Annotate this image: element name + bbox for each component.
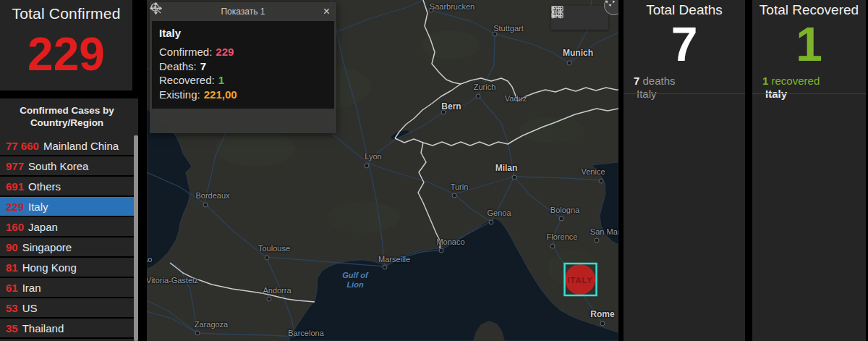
close-icon[interactable]: × [323, 4, 330, 19]
country-count: 691 [6, 180, 24, 193]
city-dot [512, 175, 517, 180]
total-confirmed-value: 229 [0, 22, 132, 86]
total-confirmed-panel: Total Confirmed 229 [0, 0, 132, 90]
zoom-to-icon[interactable] [186, 114, 200, 128]
city-dot [476, 94, 481, 99]
country-row-italy[interactable]: 229Italy [0, 197, 134, 216]
popup-region-name: Italy [159, 27, 327, 39]
popup-footer [150, 109, 336, 133]
list-header: Confirmed Cases by Country/Region [0, 98, 134, 130]
country-count: 35 [6, 322, 18, 334]
city-dot [550, 244, 556, 249]
total-deaths-title: Total Deaths [624, 0, 745, 18]
total-deaths-value: 7 [624, 18, 745, 70]
basemap-icon[interactable] [591, 10, 607, 26]
country-row-japan[interactable]: 160Japan [0, 217, 134, 236]
popup-body: Italy Confirmed:229Deaths:7Recovered:1Ex… [152, 21, 334, 109]
popup-field-deaths: Deaths:7 [159, 59, 327, 74]
country-row-thailand[interactable]: 35Thailand [0, 319, 134, 337]
country-count: 229 [6, 201, 24, 213]
city-dot [599, 179, 604, 184]
popup-field-confirmed: Confirmed:229 [159, 45, 327, 59]
city-dot [452, 193, 457, 198]
country-row-others[interactable]: 691Others [0, 177, 134, 195]
country-name: Thailand [22, 322, 64, 334]
list-header-line2: Country/Region [0, 117, 134, 129]
popup-field-value: 7 [200, 60, 206, 72]
popup-field-label: Confirmed: [159, 46, 212, 58]
map-popup: Показать 1 × Italy Confirmed:229Deaths:7… [150, 2, 336, 133]
country-name: Iran [22, 282, 41, 294]
country-name: Hong Kong [22, 261, 77, 274]
country-name: Singapore [22, 241, 72, 253]
city-dot [365, 164, 370, 169]
country-count: 90 [6, 241, 18, 253]
panel-divider [624, 93, 745, 94]
marker-italy-label: ITALY [568, 276, 593, 285]
popup-field-value: 229 [216, 46, 234, 58]
confirmed-cases-panel: Confirmed Cases by Country/Region 77 660… [0, 98, 138, 341]
country-count: 61 [6, 282, 18, 294]
gulf-of-lion-label: Gulf of Lion [342, 271, 367, 290]
city-dot [600, 321, 605, 327]
popup-field-value: 221,00 [204, 88, 237, 101]
city-dot [441, 110, 446, 115]
city-dot [559, 216, 564, 222]
popup-field-label: Recovered: [159, 74, 215, 86]
country-count: 977 [6, 160, 24, 172]
total-recovered-value: 1 [752, 18, 866, 70]
total-confirmed-title: Total Confirmed [0, 0, 132, 22]
country-name: Mainland China [43, 140, 119, 152]
country-row-singapore[interactable]: 90Singapore [0, 237, 134, 256]
city-dot [439, 248, 444, 253]
list-scrollbar-thumb[interactable] [134, 135, 138, 341]
city-dot [429, 8, 434, 13]
country-row-south-korea[interactable]: 977South Korea [0, 156, 134, 175]
total-recovered-panel: Total Recovered 1 1 recovered Italy [752, 0, 866, 341]
recovered-list-item[interactable]: 1 recovered [752, 75, 866, 87]
city-dot [203, 203, 208, 208]
country-row-iran[interactable]: 61Iran [0, 278, 134, 297]
total-recovered-title: Total Recovered [752, 0, 866, 18]
popup-title: Показать 1 [221, 7, 265, 17]
country-row-us[interactable]: 53US [0, 298, 134, 317]
panel-divider [752, 93, 866, 94]
city-dot [267, 297, 272, 302]
city-dot [567, 61, 572, 66]
country-row-hong-kong[interactable]: 81Hong Kong [0, 258, 134, 277]
total-deaths-panel: Total Deaths 7 7 deaths Italy [624, 0, 745, 341]
legend-icon[interactable] [571, 10, 587, 26]
city-dot [493, 32, 498, 37]
popup-field-recovered: Recovered:1 [159, 73, 327, 88]
country-name: Italy [28, 201, 48, 213]
popup-field-label: Existing: [159, 88, 200, 101]
country-name: South Korea [28, 160, 88, 172]
deaths-list-item[interactable]: 7 deaths [624, 75, 745, 87]
city-dot [383, 265, 388, 270]
country-row-mainland-china[interactable]: 77 660Mainland China [0, 136, 134, 155]
popup-field-label: Deaths: [159, 60, 197, 72]
popup-titlebar[interactable]: Показать 1 × [150, 2, 336, 21]
country-list: 77 660Mainland China977South Korea691Oth… [0, 136, 134, 341]
country-name: US [22, 302, 38, 314]
popup-fields: Confirmed:229Deaths:7Recovered:1Existing… [159, 45, 327, 101]
country-count: 160 [6, 221, 24, 233]
country-name: Others [28, 180, 61, 193]
city-dot [595, 238, 600, 243]
country-count: 53 [6, 302, 18, 314]
city-dot [489, 220, 494, 225]
city-dot [195, 331, 200, 336]
map-canvas[interactable]: SaarbruckenStuttgartMunichZurichVaduzBer… [147, 0, 618, 341]
country-count: 77 660 [6, 140, 39, 152]
list-header-line1: Confirmed Cases by [0, 104, 134, 117]
country-name: Japan [28, 221, 58, 233]
popup-field-value: 1 [218, 74, 224, 86]
map-toolbar [551, 6, 608, 30]
city-dot [265, 256, 270, 261]
country-count: 81 [6, 261, 18, 274]
pan-to-icon[interactable] [158, 114, 173, 128]
popup-field-existing: Existing:221,00 [159, 88, 327, 102]
